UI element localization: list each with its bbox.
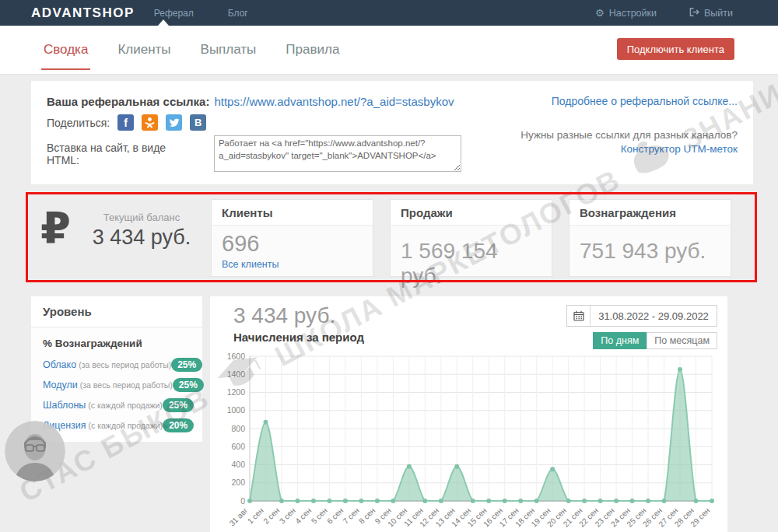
twitter-icon[interactable]	[166, 114, 182, 131]
rewards-percent-heading: % Вознаграждений	[43, 338, 192, 349]
top-navbar: ADVANTSHOP Реферал Блог ⚙ Настройки Выйт…	[0, 0, 778, 26]
svg-text:200: 200	[231, 478, 245, 487]
balance-label: Текущий баланс	[87, 212, 196, 223]
earnings-area-chart: 0200400600800100012001400160031 авг1 сен…	[222, 348, 720, 532]
level-link-license[interactable]: Лицензия	[43, 420, 86, 431]
svg-text:6 сен: 6 сен	[325, 506, 345, 526]
calendar-icon	[567, 306, 591, 326]
nav-item-blog[interactable]: Блог	[228, 8, 248, 19]
balance-value: 3 434 руб.	[87, 226, 196, 250]
by-months-button[interactable]: По месяцам	[647, 332, 717, 349]
gear-icon: ⚙	[595, 8, 605, 18]
rewards-card: Вознаграждения 751 943 руб.	[569, 199, 731, 277]
connect-client-button[interactable]: Подключить клиента	[617, 38, 734, 60]
svg-text:1600: 1600	[227, 352, 246, 361]
level-link-templates[interactable]: Шаблоны	[43, 400, 86, 411]
nav-item-referral[interactable]: Реферал	[154, 8, 194, 19]
svg-text:800: 800	[231, 424, 245, 433]
referral-more-link[interactable]: Подробнее о реферальной ссылке...	[552, 95, 738, 107]
earnings-panel: 3 434 руб. Начисления за период 31.08.20…	[210, 296, 727, 532]
svg-text:1000: 1000	[227, 405, 246, 415]
svg-text:8 сен: 8 сен	[357, 506, 377, 526]
level-badge: 25%	[173, 378, 204, 392]
odnoklassniki-icon[interactable]	[142, 114, 158, 131]
rewards-card-title: Вознаграждения	[569, 200, 731, 226]
level-item-modules: Модули (за весь период работы) 25%	[43, 378, 192, 392]
svg-text:400: 400	[231, 460, 245, 469]
share-label: Поделиться:	[47, 117, 110, 129]
level-badge: 25%	[171, 358, 202, 372]
tab-clients[interactable]: Клиенты	[117, 42, 171, 58]
svg-text:1200: 1200	[227, 387, 246, 397]
tab-summary[interactable]: Сводка	[43, 42, 89, 58]
embed-html-textarea[interactable]: Работает на <a href="https://www.advants…	[214, 135, 461, 172]
level-badge: 20%	[163, 418, 194, 432]
all-clients-link[interactable]: Все клиенты	[222, 259, 279, 270]
clients-count: 696	[222, 231, 363, 257]
svg-text:600: 600	[231, 442, 245, 451]
tab-payouts[interactable]: Выплаты	[200, 42, 258, 58]
level-note: (за весь период работы)	[80, 380, 173, 390]
rewards-value: 751 943 руб.	[580, 231, 720, 264]
utm-question-text: Нужны разные ссылки для разных каналов?	[520, 128, 738, 142]
level-note: (с каждой продажи)	[88, 401, 163, 410]
level-badge: 25%	[163, 398, 194, 412]
logout-icon	[689, 7, 699, 19]
level-item-license: Лицензия (с каждой продажи) 20%	[43, 418, 192, 432]
clients-card: Клиенты 696 Все клиенты	[211, 199, 373, 277]
svg-text:1400: 1400	[227, 369, 246, 379]
settings-button[interactable]: ⚙ Настройки	[595, 8, 657, 19]
tab-bar: Сводка Клиенты Выплаты Правила Подключит…	[0, 26, 778, 75]
level-link-cloud[interactable]: Облако	[43, 359, 76, 370]
level-note: (с каждой продажи)	[89, 421, 163, 430]
svg-text:2 сен: 2 сен	[261, 506, 281, 526]
svg-text:31 авг: 31 авг	[228, 506, 250, 527]
vk-icon[interactable]: В	[190, 114, 206, 131]
level-panel: Уровень % Вознаграждений Облако (за весь…	[31, 296, 202, 442]
embed-html-label: Вставка на сайт, в виде HTML:	[47, 142, 197, 166]
active-nav-caret-icon	[158, 19, 169, 26]
referral-link-url[interactable]: https://www.advantshop.net/?a_aid=stasby…	[214, 95, 454, 108]
svg-text:4 сен: 4 сен	[293, 506, 313, 526]
svg-text:0: 0	[240, 496, 245, 506]
date-range-value: 31.08.2022 - 29.09.2022	[591, 306, 717, 326]
level-item-cloud: Облако (за весь период работы) 25%	[43, 358, 192, 372]
clients-card-title: Клиенты	[212, 200, 373, 226]
settings-label: Настройки	[609, 8, 657, 19]
granularity-toggle: По дням По месяцам	[593, 332, 717, 349]
referral-link-panel: Ваша реферальная ссылка: https://www.adv…	[31, 81, 753, 184]
svg-text:5 сен: 5 сен	[310, 506, 329, 526]
referral-link-label: Ваша реферальная ссылка:	[47, 95, 209, 108]
logout-button[interactable]: Выйти	[689, 7, 733, 19]
tab-rules[interactable]: Правила	[285, 42, 340, 58]
level-note: (за весь период работы)	[79, 360, 171, 369]
current-balance: Текущий баланс 3 434 руб.	[87, 212, 196, 250]
level-item-templates: Шаблоны (с каждой продажи) 25%	[43, 398, 192, 412]
svg-text:1 сен: 1 сен	[246, 506, 265, 526]
logout-label: Выйти	[704, 8, 733, 19]
level-link-modules[interactable]: Модули	[43, 380, 78, 390]
chart-title: Начисления за период	[233, 331, 364, 344]
utm-constructor-link[interactable]: Конструктор UTM-меток	[621, 143, 738, 155]
sales-value: 1 569 154 руб.	[401, 231, 541, 289]
level-panel-title: Уровень	[31, 296, 202, 327]
navbar-right: ⚙ Настройки Выйти	[595, 0, 733, 26]
svg-text:7 сен: 7 сен	[342, 506, 361, 526]
facebook-icon[interactable]: f	[117, 114, 134, 131]
ruble-sign-icon: ₽	[40, 202, 71, 253]
by-days-button[interactable]: По дням	[593, 332, 647, 349]
svg-text:3 сен: 3 сен	[278, 506, 297, 526]
sales-card-title: Продажи	[391, 200, 552, 226]
date-range-picker[interactable]: 31.08.2022 - 29.09.2022	[566, 305, 717, 327]
sales-card: Продажи 1 569 154 руб.	[390, 199, 552, 277]
period-total: 3 434 руб.	[233, 303, 335, 328]
brand-logo[interactable]: ADVANTSHOP	[31, 5, 135, 21]
